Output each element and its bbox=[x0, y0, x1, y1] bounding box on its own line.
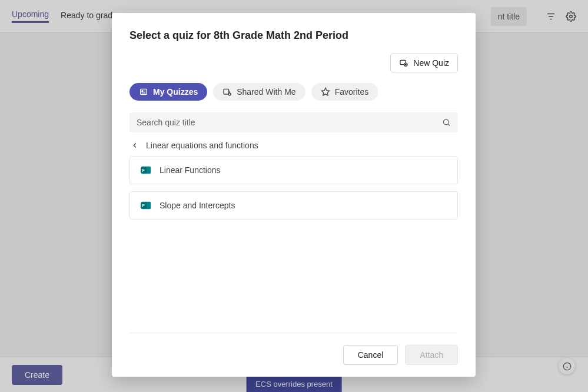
quiz-list: F Linear Functions F Slope and Intercept… bbox=[129, 156, 458, 220]
breadcrumb-label: Linear equations and functions bbox=[146, 141, 258, 150]
cancel-button[interactable]: Cancel bbox=[343, 345, 398, 365]
quiz-item-label: Linear Functions bbox=[160, 165, 221, 175]
shared-icon bbox=[222, 87, 232, 97]
pill-my-quizzes-label: My Quizzes bbox=[153, 87, 198, 97]
filter-pill-row: My Quizzes Shared With Me Favorites bbox=[129, 83, 458, 101]
new-quiz-label: New Quiz bbox=[413, 58, 449, 68]
star-icon bbox=[321, 87, 330, 97]
svg-text:F: F bbox=[142, 203, 145, 208]
quiz-item[interactable]: F Linear Functions bbox=[129, 156, 458, 184]
quiz-item-label: Slope and Intercepts bbox=[160, 201, 235, 210]
my-quizzes-icon bbox=[139, 87, 148, 97]
pill-shared-label: Shared With Me bbox=[237, 87, 295, 97]
pill-favorites-label: Favorites bbox=[335, 87, 369, 97]
svg-rect-15 bbox=[224, 89, 229, 94]
new-quiz-icon bbox=[399, 58, 408, 68]
attach-button: Attach bbox=[405, 345, 458, 365]
pill-shared-with-me[interactable]: Shared With Me bbox=[213, 83, 305, 101]
forms-icon: F bbox=[141, 200, 151, 211]
breadcrumb-back[interactable]: Linear equations and functions bbox=[131, 141, 458, 150]
svg-point-16 bbox=[228, 93, 231, 95]
svg-text:F: F bbox=[142, 168, 145, 173]
dialog-title: Select a quiz for 8th Grade Math 2nd Per… bbox=[129, 29, 458, 42]
svg-point-12 bbox=[142, 91, 143, 92]
select-quiz-dialog: Select a quiz for 8th Grade Math 2nd Per… bbox=[112, 13, 476, 377]
chevron-left-icon bbox=[131, 141, 139, 150]
search-box bbox=[129, 112, 458, 132]
svg-rect-11 bbox=[141, 89, 147, 94]
search-input[interactable] bbox=[129, 112, 458, 132]
new-quiz-button[interactable]: New Quiz bbox=[390, 54, 458, 72]
svg-marker-17 bbox=[321, 88, 329, 95]
quiz-item[interactable]: F Slope and Intercepts bbox=[129, 191, 458, 220]
pill-favorites[interactable]: Favorites bbox=[311, 83, 378, 101]
dialog-footer: Cancel Attach bbox=[129, 333, 458, 365]
pill-my-quizzes[interactable]: My Quizzes bbox=[129, 83, 207, 101]
forms-icon: F bbox=[141, 165, 151, 175]
